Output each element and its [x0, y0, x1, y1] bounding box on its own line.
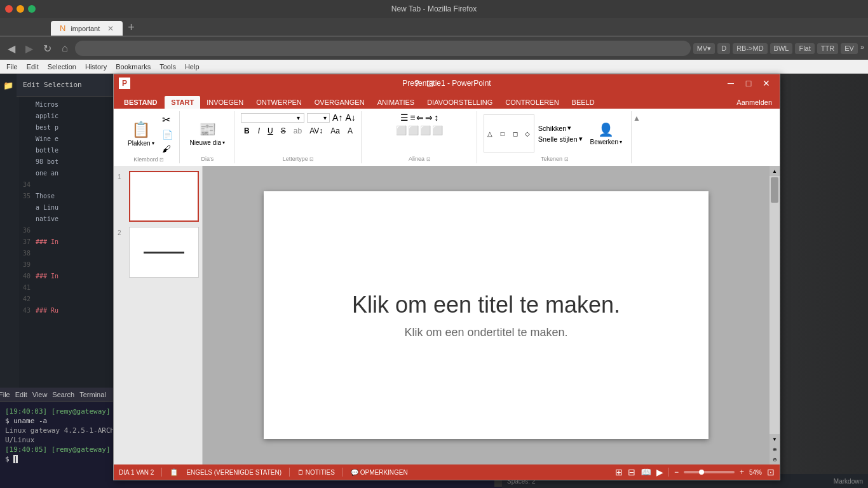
- ppt-maximize-btn[interactable]: □: [740, 77, 757, 90]
- ribbon-tab-ontwerpen[interactable]: ONTWERPEN: [250, 96, 308, 109]
- terminal-menu-edit[interactable]: Edit: [15, 391, 27, 398]
- dot-red[interactable]: [5, 5, 13, 13]
- increase-indent-btn[interactable]: ⇒: [425, 112, 433, 123]
- terminal-menu-terminal[interactable]: Terminal: [79, 391, 106, 398]
- language-status[interactable]: ENGELS (VERENIGDE STATEN): [186, 469, 281, 476]
- slideshow-btn[interactable]: ▶: [656, 467, 663, 477]
- dot-green[interactable]: [28, 5, 36, 13]
- schikken-btn[interactable]: Schikken▾: [538, 124, 583, 132]
- slide-thumb-1[interactable]: 1: [129, 171, 200, 222]
- reading-view-btn[interactable]: 📖: [641, 467, 651, 477]
- ribbon-tab-bestand[interactable]: BESTAND: [116, 96, 165, 109]
- snelle-stijlen-btn[interactable]: Snelle stijlen▾: [538, 135, 583, 143]
- line-spacing-btn[interactable]: ↕: [434, 112, 438, 123]
- strikethrough-btn[interactable]: S: [278, 126, 288, 136]
- columns-btn[interactable]: ⬜: [432, 125, 443, 135]
- zoom-in-btn[interactable]: +: [740, 468, 744, 477]
- bwl-btn[interactable]: BWL: [770, 43, 793, 54]
- scroll-down-btn[interactable]: ▼: [770, 434, 780, 444]
- copy-btn[interactable]: ✂: [161, 112, 174, 127]
- ppt-close-btn[interactable]: ✕: [758, 77, 775, 90]
- flat-btn[interactable]: Flat: [795, 43, 814, 54]
- bewerken-btn[interactable]: 👤 Bewerken ▾: [587, 119, 626, 148]
- fit-to-window-btn[interactable]: ⊡: [767, 467, 775, 477]
- browser-tab-active[interactable]: N important ✕: [51, 21, 123, 36]
- mv-btn[interactable]: MV▾: [693, 43, 715, 54]
- terminal-menu-search[interactable]: Search: [52, 391, 74, 398]
- address-bar[interactable]: [75, 41, 691, 56]
- scroll-thumb[interactable]: [771, 177, 778, 203]
- ppt-minimize-btn[interactable]: ─: [722, 77, 739, 90]
- tab-close-icon[interactable]: ✕: [107, 24, 114, 33]
- format-painter-btn[interactable]: 🖌: [161, 142, 174, 155]
- d-btn[interactable]: D: [717, 43, 730, 54]
- font-size-selector[interactable]: ▾: [307, 113, 330, 123]
- menu-history[interactable]: History: [81, 62, 111, 72]
- ribbon-scroll-up[interactable]: ▲: [633, 114, 641, 123]
- ribbon-tab-invoegen[interactable]: INVOEGEN: [200, 96, 250, 109]
- more-btn[interactable]: »: [860, 43, 864, 54]
- ribbon-tab-overgangen[interactable]: OVERGANGEN: [308, 96, 371, 109]
- bold-btn[interactable]: B: [241, 125, 253, 137]
- nieuwe-dia-btn[interactable]: 📰 Nieuwe dia ▾: [186, 119, 229, 149]
- comments-btn[interactable]: 💬 OPMERKINGEN: [351, 469, 408, 476]
- slide-thumb-2[interactable]: 2: [129, 227, 200, 278]
- plakken-dropdown-icon[interactable]: ▾: [152, 140, 154, 146]
- font-grow-btn[interactable]: A↑: [332, 112, 342, 123]
- scroll-extra-1[interactable]: ⊕: [770, 444, 780, 454]
- char-space-btn[interactable]: AV↕: [307, 126, 325, 136]
- font-shrink-btn[interactable]: A↓: [345, 112, 355, 123]
- ev-btn[interactable]: EV: [841, 43, 858, 54]
- menu-selection[interactable]: Selection: [44, 62, 80, 72]
- nav-back-btn[interactable]: ◀: [4, 41, 19, 56]
- paste-btn[interactable]: 📄: [161, 128, 174, 141]
- align-right-btn[interactable]: ⬜: [420, 125, 431, 135]
- notes-btn[interactable]: 🗒 NOTITIES: [297, 469, 335, 476]
- menu-edit[interactable]: Edit: [23, 62, 43, 72]
- decrease-indent-btn[interactable]: ⇐: [416, 112, 424, 123]
- zoom-out-btn[interactable]: −: [674, 468, 679, 477]
- nav-forward-btn[interactable]: ▶: [22, 41, 37, 56]
- normal-view-btn[interactable]: ⊞: [615, 467, 623, 477]
- icon-explorer[interactable]: 📁: [2, 79, 15, 92]
- cmd-2[interactable]: $ |: [5, 455, 18, 463]
- font-color-btn[interactable]: A: [345, 126, 355, 136]
- underline-btn[interactable]: U: [265, 126, 276, 136]
- menu-tools[interactable]: Tools: [156, 62, 180, 72]
- align-center-btn[interactable]: ⬜: [408, 125, 419, 135]
- ribbon-aanmelden[interactable]: Aanmelden: [731, 96, 777, 109]
- italic-btn[interactable]: I: [255, 126, 262, 136]
- nieuwe-dia-dropdown[interactable]: ▾: [222, 140, 225, 146]
- slide-canvas[interactable]: Klik om een titel te maken. Klik om een …: [264, 191, 709, 439]
- ribbon-tab-controleren[interactable]: CONTROLEREN: [499, 96, 565, 109]
- menu-file[interactable]: File: [3, 62, 22, 72]
- ribbon-tab-beeld[interactable]: BEELD: [566, 96, 601, 109]
- numbering-btn[interactable]: ≡: [410, 112, 415, 123]
- plakken-btn[interactable]: 📋 Plakken ▾: [124, 118, 158, 149]
- ribbon-tab-start[interactable]: START: [165, 96, 200, 109]
- slide-title-placeholder[interactable]: Klik om een titel te maken.: [352, 292, 620, 318]
- slide-sorter-btn[interactable]: ⊟: [628, 467, 635, 477]
- nav-refresh-btn[interactable]: ↻: [39, 41, 55, 56]
- nav-home-btn[interactable]: ⌂: [57, 41, 72, 56]
- terminal-menu-view[interactable]: View: [32, 391, 48, 398]
- shadow-btn[interactable]: ab: [291, 126, 304, 136]
- shapes-area[interactable]: △ □ ◻ ◇: [484, 114, 534, 152]
- scroll-up-btn[interactable]: ▲: [770, 166, 780, 176]
- terminal-menu-file[interactable]: File: [0, 391, 10, 398]
- dot-yellow[interactable]: [17, 5, 24, 13]
- bullets-btn[interactable]: ☰: [400, 112, 409, 123]
- menu-bookmarks[interactable]: Bookmarks: [112, 62, 154, 72]
- slide-subtitle-placeholder[interactable]: Klik om een ondertitel te maken.: [404, 326, 567, 339]
- case-btn[interactable]: Aa: [328, 126, 342, 136]
- font-selector[interactable]: ▾: [241, 113, 304, 123]
- ttr-btn[interactable]: TTR: [817, 43, 838, 54]
- ribbon-tab-diavoorstelling[interactable]: DIAVOORSTELLING: [421, 96, 499, 109]
- menu-help[interactable]: Help: [181, 62, 203, 72]
- editor-menu-edit-selection[interactable]: Edit Selection: [20, 79, 85, 90]
- align-left-btn[interactable]: ⬜: [396, 125, 407, 135]
- zoom-slider-track[interactable]: [684, 471, 735, 473]
- bewerken-dropdown[interactable]: ▾: [620, 139, 622, 145]
- new-tab-btn[interactable]: +: [123, 21, 140, 34]
- scroll-extra-2[interactable]: ⊖: [770, 454, 780, 464]
